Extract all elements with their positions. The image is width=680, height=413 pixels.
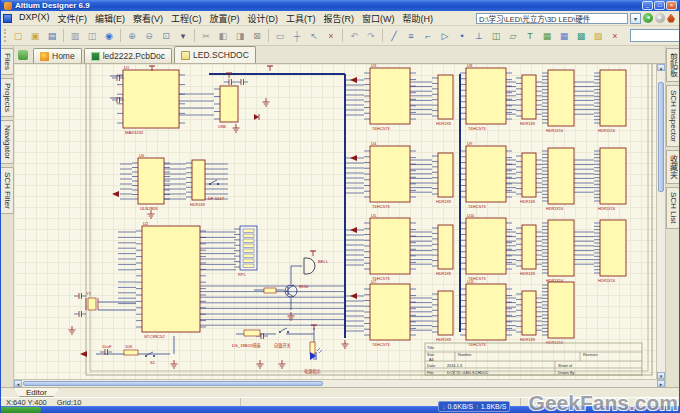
editor-bottom-tab[interactable]: Editor	[13, 388, 60, 397]
junction-icon[interactable]: •	[454, 28, 470, 44]
menu-item-1[interactable]: 文件(F)	[54, 12, 92, 25]
schematic-ic-U3[interactable]	[370, 68, 410, 124]
schematic-connector[interactable]	[438, 75, 453, 119]
undo-icon[interactable]: ↶	[346, 28, 362, 44]
schematic-header[interactable]	[548, 148, 574, 204]
power-port-icon[interactable]: ⊥	[471, 28, 487, 44]
menu-item-8[interactable]: 报告(R)	[320, 12, 359, 25]
back-icon[interactable]: ◂	[643, 13, 653, 23]
doc-tab-led2222.PcbDoc[interactable]: led2222.PcbDoc	[84, 48, 172, 63]
print-preview-icon[interactable]: ◫	[84, 28, 100, 44]
vertical-scroll-thumb[interactable]	[658, 82, 664, 192]
save-icon[interactable]: ▤	[44, 28, 60, 44]
menu-item-6[interactable]: 设计(D)	[244, 12, 283, 25]
print-icon[interactable]: ▥	[67, 28, 83, 44]
doc-tab-LED.SCHDOC[interactable]: LED.SCHDOC	[174, 46, 256, 63]
cut-icon[interactable]: ✂	[198, 28, 214, 44]
schematic-ic-U11[interactable]	[466, 284, 506, 340]
doc-tab-Home[interactable]: Home	[33, 48, 82, 63]
schematic-header[interactable]	[600, 220, 626, 276]
arrow-icon[interactable]: ↖	[306, 28, 322, 44]
scroll-up-icon[interactable]: ▴	[657, 64, 665, 71]
schematic-ic-U5[interactable]	[370, 218, 410, 274]
vertical-scrollbar[interactable]: ▴ ▾	[656, 64, 665, 379]
schematic-ic-U7[interactable]	[370, 284, 410, 340]
left-panel-tab-2[interactable]: Navigator	[0, 120, 14, 164]
dxp-flame-icon[interactable]	[667, 14, 675, 23]
schematic-ic-U10[interactable]	[466, 218, 506, 274]
wire-icon[interactable]: ╱	[386, 28, 402, 44]
paste-icon[interactable]: ◨	[232, 28, 248, 44]
left-panel-tab-1[interactable]: Projects	[0, 78, 14, 117]
close-doc-icon[interactable]: ×	[607, 28, 623, 44]
deselect-icon[interactable]: ×	[323, 28, 339, 44]
schematic-editor[interactable]: U1MAX3232U6ULN2803U2STC89C52U374HC573U47…	[14, 64, 656, 379]
maximize-button[interactable]: □	[654, 1, 665, 10]
schematic-header[interactable]	[548, 70, 574, 126]
schematic-header[interactable]	[548, 282, 574, 338]
schematic-svg[interactable]: U1MAX3232U6ULN2803U2STC89C52U374HC573U47…	[14, 64, 656, 379]
path-input[interactable]: D:\学习\LED\光立方\3D LED\硬件	[476, 13, 628, 24]
forward-icon[interactable]: ▸	[655, 13, 665, 23]
menu-item-5[interactable]: 放置(P)	[206, 12, 244, 25]
crosshair-icon[interactable]: ┼	[289, 28, 305, 44]
select-rect-icon[interactable]: ▭	[272, 28, 288, 44]
schematic-connector[interactable]	[438, 225, 453, 269]
left-panel-tab-0[interactable]: Files	[0, 48, 14, 75]
schematic-ic-U9[interactable]	[466, 146, 506, 202]
scroll-left-icon[interactable]: ◂	[14, 380, 22, 387]
clear-icon[interactable]: ⊠	[249, 28, 265, 44]
tab-navigate-icon[interactable]	[18, 50, 28, 60]
schematic-ic-U6[interactable]	[138, 158, 164, 204]
left-panel-tab-3[interactable]: SCH Filter	[0, 167, 14, 214]
menu-item-3[interactable]: 察看(V)	[129, 12, 167, 25]
schematic-connector[interactable]	[522, 153, 536, 197]
horizontal-scrollbar[interactable]: ◂ ▸	[14, 379, 665, 387]
schematic-connector[interactable]	[438, 291, 453, 335]
right-panel-tab-1[interactable]: SCH Inspector	[666, 85, 680, 147]
browser-icon[interactable]: ◉	[101, 28, 117, 44]
schematic-header[interactable]	[600, 70, 626, 126]
zoom-out-icon[interactable]: ⊖	[141, 28, 157, 44]
net-label-icon[interactable]: ⌐	[420, 28, 436, 44]
path-dropdown-icon[interactable]: ▾	[630, 13, 641, 24]
blue-tool-icon[interactable]: ▦	[556, 28, 572, 44]
toolbar-grip[interactable]	[4, 29, 6, 42]
zoom-dropdown-icon[interactable]: ▾	[175, 28, 191, 44]
copy-icon[interactable]: ◧	[215, 28, 231, 44]
menu-item-4[interactable]: 工程(C)	[167, 12, 206, 25]
zoom-in-icon[interactable]: ⊕	[124, 28, 140, 44]
schematic-connector[interactable]	[438, 153, 453, 197]
horizontal-scroll-thumb[interactable]	[23, 381, 323, 386]
schematic-connector[interactable]	[522, 75, 536, 119]
text-string-icon[interactable]: T	[522, 28, 538, 44]
schematic-connector[interactable]	[522, 291, 536, 335]
menu-item-7[interactable]: 工具(T)	[282, 12, 320, 25]
right-panel-tab-0[interactable]: 剪贴板	[666, 48, 680, 82]
menu-item-2[interactable]: 编辑(E)	[91, 12, 129, 25]
close-button[interactable]: ×	[666, 1, 677, 10]
port-icon[interactable]: ▷	[437, 28, 453, 44]
toolbar-combo-0[interactable]: ▾	[630, 29, 680, 42]
schematic-header[interactable]	[548, 220, 574, 276]
menu-item-0[interactable]: DXP(X)	[15, 12, 54, 25]
start-button[interactable]	[1, 407, 41, 413]
schematic-rp[interactable]	[240, 226, 257, 270]
schematic-ic-U4[interactable]	[370, 146, 410, 202]
open-doc-icon[interactable]: ▣	[27, 28, 43, 44]
scroll-down-icon[interactable]: ▾	[657, 372, 665, 379]
schematic-connector[interactable]	[522, 225, 536, 269]
schematic-ic-U2[interactable]	[142, 226, 200, 332]
sheet-symbol-icon[interactable]: ▱	[505, 28, 521, 44]
zoom-fit-icon[interactable]: ⊡	[158, 28, 174, 44]
schematic-ic-U8[interactable]	[466, 68, 506, 124]
schematic-connector[interactable]	[192, 160, 205, 200]
schematic-header[interactable]	[600, 148, 626, 204]
right-panel-tab-3[interactable]: SCH List	[666, 187, 680, 229]
right-panel-tab-2[interactable]: 收藏夹	[666, 150, 680, 184]
gold-tool-icon[interactable]: ▨	[590, 28, 606, 44]
bus-icon[interactable]: ≡	[403, 28, 419, 44]
scroll-right-icon[interactable]: ▸	[657, 380, 665, 387]
minimize-button[interactable]: _	[642, 1, 653, 10]
menu-item-10[interactable]: 帮助(H)	[399, 12, 438, 25]
